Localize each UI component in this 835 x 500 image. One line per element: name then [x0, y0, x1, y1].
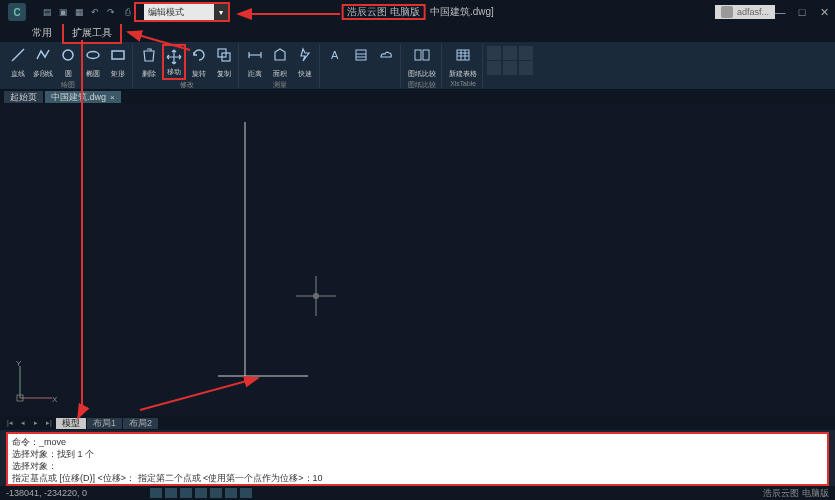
tool-text[interactable]: A [324, 44, 348, 80]
group-label-draw: 绘图 [61, 80, 75, 89]
title-bar: C ▤ ▣ ▦ ↶ ↷ ⎙ 编辑模式 ▾ 浩辰云图 电脑版 中国建筑.dwg] … [0, 0, 835, 24]
group-label-table: XlsTable [450, 80, 476, 88]
layout-nav-first[interactable]: |◂ [4, 418, 16, 428]
quick-access-toolbar: ▤ ▣ ▦ ↶ ↷ ⎙ [40, 5, 134, 19]
small-tool-2[interactable] [503, 46, 517, 60]
avatar-icon [721, 6, 733, 18]
close-button[interactable]: ✕ [817, 5, 831, 19]
delete-icon [139, 45, 159, 65]
ribbon-group-annotate: A [322, 44, 401, 88]
status-osnap-icon[interactable] [210, 488, 222, 498]
move-icon [164, 47, 184, 66]
tool-circle[interactable]: 圆 [56, 44, 80, 80]
text-icon: A [326, 45, 346, 65]
status-snap-icon[interactable] [150, 488, 162, 498]
mode-dropdown-icon[interactable]: ▾ [214, 4, 228, 20]
copy-icon [214, 45, 234, 65]
user-name: adfasf... [737, 7, 769, 17]
ribbon: 直线 多段线 圆 椭圆 矩形 绘图 删除 移动 旋转 复制 修改 距离 面积 快… [0, 42, 835, 90]
svg-text:X: X [52, 395, 58, 404]
drawing-canvas[interactable]: Y X [0, 104, 835, 416]
tab-extend-tools[interactable]: 扩展工具 [62, 22, 122, 44]
ribbon-group-modify: 删除 移动 旋转 复制 修改 [135, 44, 239, 88]
status-bar: -138041, -234220, 0 浩辰云图 电脑版 [0, 486, 835, 500]
app-tab-row: 常用 扩展工具 [0, 24, 835, 42]
tool-quick[interactable]: 快速 [293, 44, 317, 80]
small-tool-1[interactable] [487, 46, 501, 60]
layout-tab-1[interactable]: 布局1 [87, 418, 122, 429]
qat-new-icon[interactable]: ▤ [40, 5, 54, 19]
mode-selector-wrap: 编辑模式 ▾ [134, 2, 230, 22]
area-icon [270, 45, 290, 65]
status-polar-icon[interactable] [195, 488, 207, 498]
tab-common[interactable]: 常用 [24, 24, 60, 42]
tool-area[interactable]: 面积 [268, 44, 292, 80]
status-grid-icon[interactable] [165, 488, 177, 498]
mode-selector[interactable]: 编辑模式 [144, 4, 214, 20]
svg-text:Y: Y [16, 360, 22, 368]
cmd-line-3: 选择对象： [12, 460, 823, 472]
svg-text:A: A [331, 49, 339, 61]
tool-rotate[interactable]: 旋转 [187, 44, 211, 80]
tool-cloud[interactable] [374, 44, 398, 80]
layout-nav-next[interactable]: ▸ [30, 418, 42, 428]
doc-close-icon[interactable]: × [110, 93, 115, 102]
small-tool-5[interactable] [503, 61, 517, 75]
user-account[interactable]: adfasf... [715, 5, 775, 19]
layout-nav-last[interactable]: ▸| [43, 418, 55, 428]
tool-line[interactable]: 直线 [6, 44, 30, 80]
status-lwt-icon[interactable] [240, 488, 252, 498]
doc-tab-start[interactable]: 起始页 [4, 91, 43, 103]
window-controls: — □ ✕ [773, 5, 831, 19]
cmd-line-1: 命令：_move [12, 436, 823, 448]
minimize-button[interactable]: — [773, 5, 787, 19]
coordinates: -138041, -234220, 0 [6, 488, 87, 498]
title-filename: 中国建筑.dwg] [430, 5, 494, 19]
tool-polyline[interactable]: 多段线 [31, 44, 55, 80]
cmd-line-4: 指定基点或 [位移(D)] <位移>： 指定第二个点或 <使用第一个点作为位移>… [12, 472, 823, 484]
tool-compare[interactable]: 图纸比较 [405, 44, 439, 80]
group-label-modify: 修改 [180, 80, 194, 89]
tool-rect[interactable]: 矩形 [106, 44, 130, 80]
group-label-measure: 测量 [273, 80, 287, 89]
small-tool-3[interactable] [519, 46, 533, 60]
svg-rect-16 [457, 50, 469, 60]
status-right-label: 浩辰云图 电脑版 [763, 487, 829, 500]
qat-undo-icon[interactable]: ↶ [88, 5, 102, 19]
layout-tab-2[interactable]: 布局2 [123, 418, 158, 429]
tool-copy[interactable]: 复制 [212, 44, 236, 80]
svg-point-2 [87, 52, 99, 59]
command-line[interactable]: 命令：_move 选择对象：找到 1 个 选择对象： 指定基点或 [位移(D)]… [6, 432, 829, 486]
svg-rect-3 [112, 51, 124, 59]
layout-tab-model[interactable]: 模型 [56, 418, 86, 429]
qat-save-icon[interactable]: ▦ [72, 5, 86, 19]
svg-rect-14 [415, 50, 421, 60]
ribbon-group-compare: 图纸比较 图纸比较 [403, 44, 442, 88]
small-tool-4[interactable] [487, 61, 501, 75]
tool-ellipse[interactable]: 椭圆 [81, 44, 105, 80]
tool-new-table[interactable]: 新建表格 [446, 44, 480, 80]
ribbon-small-tools [485, 44, 535, 77]
tool-delete[interactable]: 删除 [137, 44, 161, 80]
hatch-icon [351, 45, 371, 65]
qat-redo-icon[interactable]: ↷ [104, 5, 118, 19]
app-name-label: 浩辰云图 电脑版 [341, 4, 426, 20]
maximize-button[interactable]: □ [795, 5, 809, 19]
qat-open-icon[interactable]: ▣ [56, 5, 70, 19]
tool-distance[interactable]: 距离 [243, 44, 267, 80]
svg-line-0 [12, 49, 24, 61]
line-icon [8, 45, 28, 65]
qat-print-icon[interactable]: ⎙ [120, 5, 134, 19]
doc-tab-file1[interactable]: 中国建筑.dwg× [45, 91, 121, 103]
app-logo[interactable]: C [8, 3, 26, 21]
cmd-line-2: 选择对象：找到 1 个 [12, 448, 823, 460]
ribbon-group-draw: 直线 多段线 圆 椭圆 矩形 绘图 [4, 44, 133, 88]
quick-icon [295, 45, 315, 65]
ellipse-icon [83, 45, 103, 65]
layout-nav-prev[interactable]: ◂ [17, 418, 29, 428]
tool-hatch[interactable] [349, 44, 373, 80]
tool-move[interactable]: 移动 [162, 44, 186, 80]
small-tool-6[interactable] [519, 61, 533, 75]
status-ortho-icon[interactable] [180, 488, 192, 498]
status-otrack-icon[interactable] [225, 488, 237, 498]
